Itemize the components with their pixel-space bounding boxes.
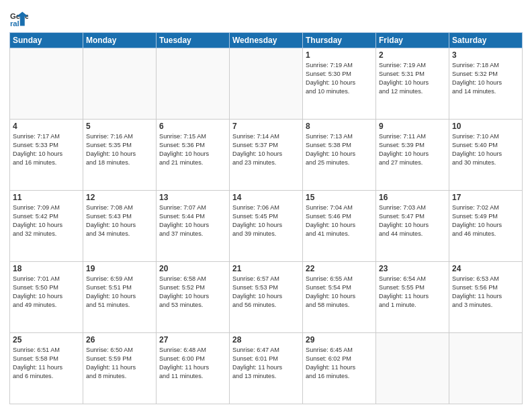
calendar-cell-w0d4: 1Sunrise: 7:19 AM Sunset: 5:30 PM Daylig… [303,48,376,120]
day-info: Sunrise: 6:59 AM Sunset: 5:51 PM Dayligh… [86,275,153,310]
calendar-cell-w1d3: 7Sunrise: 7:14 AM Sunset: 5:37 PM Daylig… [230,120,303,191]
calendar-cell-w4d0: 25Sunrise: 6:51 AM Sunset: 5:58 PM Dayli… [10,333,83,404]
calendar-table: SundayMondayTuesdayWednesdayThursdayFrid… [9,32,523,404]
calendar-cell-w0d6: 3Sunrise: 7:18 AM Sunset: 5:32 PM Daylig… [449,48,523,120]
calendar-cell-w1d1: 5Sunrise: 7:16 AM Sunset: 5:35 PM Daylig… [83,120,157,191]
calendar-cell-w0d3 [230,48,303,120]
day-info: Sunrise: 6:54 AM Sunset: 5:55 PM Dayligh… [379,275,446,310]
calendar-cell-w3d1: 19Sunrise: 6:59 AM Sunset: 5:51 PM Dayli… [83,262,157,333]
calendar-cell-w3d2: 20Sunrise: 6:58 AM Sunset: 5:52 PM Dayli… [157,262,230,333]
calendar-cell-w2d1: 12Sunrise: 7:08 AM Sunset: 5:43 PM Dayli… [83,191,157,262]
calendar-cell-w0d2 [157,48,230,120]
day-number: 7 [232,122,300,131]
calendar-cell-w3d0: 18Sunrise: 7:01 AM Sunset: 5:50 PM Dayli… [10,262,83,333]
day-info: Sunrise: 7:03 AM Sunset: 5:47 PM Dayligh… [379,203,446,238]
day-number: 20 [159,264,226,273]
day-info: Sunrise: 7:18 AM Sunset: 5:32 PM Dayligh… [452,61,519,96]
calendar-cell-w1d0: 4Sunrise: 7:17 AM Sunset: 5:33 PM Daylig… [10,120,83,191]
calendar-cell-w2d4: 15Sunrise: 7:04 AM Sunset: 5:46 PM Dayli… [303,191,376,262]
weekday-header-thursday: Thursday [303,33,376,48]
day-number: 8 [306,122,373,131]
day-info: Sunrise: 7:01 AM Sunset: 5:50 PM Dayligh… [13,275,80,310]
weekday-header-wednesday: Wednesday [230,33,303,48]
day-info: Sunrise: 6:47 AM Sunset: 6:01 PM Dayligh… [232,346,300,381]
weekday-header-monday: Monday [83,33,157,48]
logo: Gene- ral [9,9,30,28]
svg-text:ral: ral [10,19,19,28]
day-info: Sunrise: 6:58 AM Sunset: 5:52 PM Dayligh… [159,275,226,310]
day-info: Sunrise: 6:50 AM Sunset: 5:59 PM Dayligh… [86,346,153,381]
weekday-header-tuesday: Tuesday [157,33,230,48]
day-number: 24 [452,264,519,273]
day-info: Sunrise: 7:19 AM Sunset: 5:31 PM Dayligh… [379,61,446,96]
day-number: 16 [379,193,446,202]
calendar-cell-w0d1 [83,48,157,120]
day-info: Sunrise: 7:02 AM Sunset: 5:49 PM Dayligh… [452,203,519,238]
day-info: Sunrise: 7:13 AM Sunset: 5:38 PM Dayligh… [306,132,373,167]
day-number: 19 [86,264,153,273]
weekday-header-friday: Friday [376,33,449,48]
day-number: 27 [159,335,226,345]
calendar-cell-w0d0 [10,48,83,120]
day-number: 21 [232,264,300,273]
day-number: 11 [13,193,80,202]
day-number: 5 [86,122,153,131]
day-number: 22 [306,264,373,273]
day-number: 29 [306,335,373,345]
day-number: 2 [379,50,446,60]
calendar-cell-w1d4: 8Sunrise: 7:13 AM Sunset: 5:38 PM Daylig… [303,120,376,191]
calendar-cell-w3d3: 21Sunrise: 6:57 AM Sunset: 5:53 PM Dayli… [230,262,303,333]
day-info: Sunrise: 7:09 AM Sunset: 5:42 PM Dayligh… [13,203,80,238]
day-number: 1 [306,50,373,60]
day-info: Sunrise: 7:07 AM Sunset: 5:44 PM Dayligh… [159,203,226,238]
day-info: Sunrise: 6:57 AM Sunset: 5:53 PM Dayligh… [232,275,300,310]
day-info: Sunrise: 7:04 AM Sunset: 5:46 PM Dayligh… [306,203,373,238]
day-info: Sunrise: 7:15 AM Sunset: 5:36 PM Dayligh… [159,132,226,167]
day-info: Sunrise: 7:08 AM Sunset: 5:43 PM Dayligh… [86,203,153,238]
day-info: Sunrise: 6:53 AM Sunset: 5:56 PM Dayligh… [452,275,519,310]
calendar-cell-w4d3: 28Sunrise: 6:47 AM Sunset: 6:01 PM Dayli… [230,333,303,404]
calendar-cell-w2d6: 17Sunrise: 7:02 AM Sunset: 5:49 PM Dayli… [449,191,523,262]
day-info: Sunrise: 6:51 AM Sunset: 5:58 PM Dayligh… [13,346,80,381]
day-number: 18 [13,264,80,273]
calendar-cell-w3d5: 23Sunrise: 6:54 AM Sunset: 5:55 PM Dayli… [376,262,449,333]
day-number: 23 [379,264,446,273]
calendar-cell-w1d2: 6Sunrise: 7:15 AM Sunset: 5:36 PM Daylig… [157,120,230,191]
day-info: Sunrise: 7:06 AM Sunset: 5:45 PM Dayligh… [232,203,300,238]
day-number: 3 [452,50,519,60]
day-info: Sunrise: 7:11 AM Sunset: 5:39 PM Dayligh… [379,132,446,167]
day-number: 14 [232,193,300,202]
day-number: 13 [159,193,226,202]
calendar-cell-w1d6: 10Sunrise: 7:10 AM Sunset: 5:40 PM Dayli… [449,120,523,191]
calendar-cell-w2d3: 14Sunrise: 7:06 AM Sunset: 5:45 PM Dayli… [230,191,303,262]
day-number: 10 [452,122,519,131]
day-number: 15 [306,193,373,202]
calendar-cell-w4d2: 27Sunrise: 6:48 AM Sunset: 6:00 PM Dayli… [157,333,230,404]
day-info: Sunrise: 7:10 AM Sunset: 5:40 PM Dayligh… [452,132,519,167]
calendar-cell-w4d1: 26Sunrise: 6:50 AM Sunset: 5:59 PM Dayli… [83,333,157,404]
calendar-cell-w1d5: 9Sunrise: 7:11 AM Sunset: 5:39 PM Daylig… [376,120,449,191]
day-number: 28 [232,335,300,345]
day-info: Sunrise: 7:17 AM Sunset: 5:33 PM Dayligh… [13,132,80,167]
calendar-cell-w4d4: 29Sunrise: 6:45 AM Sunset: 6:02 PM Dayli… [303,333,376,404]
day-info: Sunrise: 7:14 AM Sunset: 5:37 PM Dayligh… [232,132,300,167]
calendar-cell-w4d5 [376,333,449,404]
calendar-cell-w2d0: 11Sunrise: 7:09 AM Sunset: 5:42 PM Dayli… [10,191,83,262]
day-number: 17 [452,193,519,202]
day-number: 25 [13,335,80,345]
day-number: 9 [379,122,446,131]
calendar-cell-w2d2: 13Sunrise: 7:07 AM Sunset: 5:44 PM Dayli… [157,191,230,262]
day-number: 26 [86,335,153,345]
calendar-cell-w3d4: 22Sunrise: 6:55 AM Sunset: 5:54 PM Dayli… [303,262,376,333]
weekday-header-sunday: Sunday [10,33,83,48]
day-number: 12 [86,193,153,202]
calendar-cell-w3d6: 24Sunrise: 6:53 AM Sunset: 5:56 PM Dayli… [449,262,523,333]
calendar-cell-w4d6 [449,333,523,404]
calendar-cell-w2d5: 16Sunrise: 7:03 AM Sunset: 5:47 PM Dayli… [376,191,449,262]
day-info: Sunrise: 6:45 AM Sunset: 6:02 PM Dayligh… [306,346,373,381]
day-info: Sunrise: 7:19 AM Sunset: 5:30 PM Dayligh… [306,61,373,96]
day-number: 6 [159,122,226,131]
day-info: Sunrise: 6:48 AM Sunset: 6:00 PM Dayligh… [159,346,226,381]
day-number: 4 [13,122,80,131]
day-info: Sunrise: 6:55 AM Sunset: 5:54 PM Dayligh… [306,275,373,310]
